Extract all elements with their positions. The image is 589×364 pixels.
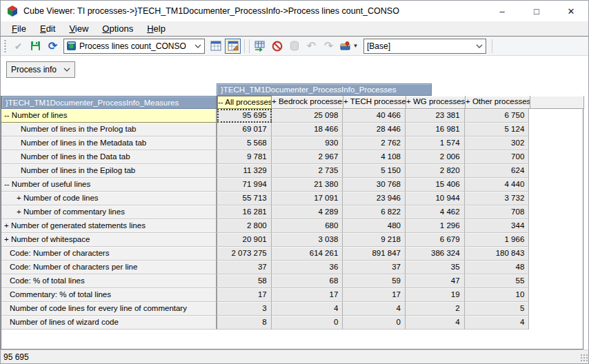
- data-cell[interactable]: 6 679: [406, 233, 465, 247]
- data-cell[interactable]: 2 073 275: [217, 247, 272, 261]
- data-cell[interactable]: 37: [217, 261, 272, 274]
- data-cell[interactable]: 680: [272, 219, 343, 233]
- menu-file[interactable]: File: [5, 22, 33, 36]
- data-cell[interactable]: 35: [406, 261, 465, 274]
- data-cell[interactable]: 10 944: [406, 192, 465, 205]
- data-cell[interactable]: 3 038: [272, 233, 343, 247]
- data-cell[interactable]: 30 768: [343, 178, 406, 192]
- data-cell[interactable]: 302: [465, 136, 530, 150]
- data-cell[interactable]: 624: [465, 164, 530, 178]
- row-header[interactable]: Number of lines of wizard code: [1, 316, 217, 330]
- data-cell[interactable]: 17: [217, 288, 272, 302]
- data-cell[interactable]: 386 324: [406, 247, 465, 261]
- data-cell[interactable]: 3 732: [465, 192, 530, 205]
- data-cell[interactable]: 47: [406, 274, 465, 288]
- data-cell[interactable]: 4 108: [343, 150, 406, 164]
- column-dimension-bar[interactable]: }TECH_TM1Documenter_ProcessInfo_Processe…: [217, 83, 432, 96]
- data-cell[interactable]: 891 847: [343, 247, 406, 261]
- export-button[interactable]: [252, 39, 268, 54]
- data-cell[interactable]: 3: [217, 302, 272, 316]
- data-cell[interactable]: 2 967: [272, 150, 343, 164]
- data-cell[interactable]: 9 781: [217, 150, 272, 164]
- data-cell[interactable]: 58: [217, 274, 272, 288]
- data-cell[interactable]: 1 574: [406, 136, 465, 150]
- row-header[interactable]: Number of lines in the Metadata tab: [1, 136, 217, 150]
- data-cell[interactable]: 68: [272, 274, 343, 288]
- data-cell[interactable]: 20 901: [217, 233, 272, 247]
- data-cell[interactable]: 16 981: [406, 123, 465, 136]
- column-header[interactable]: + Bedrock processes: [272, 96, 343, 109]
- data-cell[interactable]: 16 281: [217, 205, 272, 219]
- menu-options[interactable]: Options: [95, 22, 140, 36]
- data-cell[interactable]: 2 762: [343, 136, 406, 150]
- data-cell[interactable]: 0: [272, 316, 343, 330]
- data-cell[interactable]: 37: [343, 261, 406, 274]
- row-header[interactable]: Number of code lines for every line of c…: [1, 302, 217, 316]
- row-header[interactable]: Code: Number of characters per line: [1, 261, 217, 274]
- data-cell[interactable]: 8: [217, 316, 272, 330]
- data-cell[interactable]: 95 695: [217, 109, 272, 123]
- data-cell[interactable]: 36: [272, 261, 343, 274]
- data-cell[interactable]: 11 329: [217, 164, 272, 178]
- row-header[interactable]: Code: Number of characters: [1, 247, 217, 261]
- row-header[interactable]: + Number of commentary lines: [1, 205, 217, 219]
- column-header[interactable]: -- All processes: [217, 96, 272, 109]
- data-cell[interactable]: 10: [465, 288, 530, 302]
- data-cell[interactable]: 0: [343, 316, 406, 330]
- data-cell[interactable]: 2 800: [217, 219, 272, 233]
- row-header[interactable]: Code: % of total lines: [1, 274, 217, 288]
- suspend-update-button[interactable]: [269, 39, 285, 54]
- maximize-button[interactable]: □: [519, 1, 554, 21]
- data-cell[interactable]: 23 946: [343, 192, 406, 205]
- minimize-button[interactable]: –: [485, 1, 519, 21]
- data-cell[interactable]: 69 017: [217, 123, 272, 136]
- column-header[interactable]: + WG processes: [406, 96, 466, 109]
- row-header[interactable]: + Number of code lines: [1, 192, 217, 205]
- data-cell[interactable]: 4 462: [406, 205, 465, 219]
- close-button[interactable]: ✕: [554, 1, 588, 21]
- data-cell[interactable]: 71 994: [217, 178, 272, 192]
- row-header[interactable]: + Number of whitespace: [1, 233, 217, 247]
- data-cell[interactable]: 4: [343, 302, 406, 316]
- data-cell[interactable]: 9 218: [343, 233, 406, 247]
- data-cell[interactable]: 344: [465, 219, 530, 233]
- data-cell[interactable]: 5: [465, 302, 530, 316]
- data-cell[interactable]: 2 820: [406, 164, 465, 178]
- title-dimension-selector[interactable]: Process info: [6, 61, 75, 78]
- column-header[interactable]: + Other processes: [466, 96, 530, 109]
- data-cell[interactable]: 18 466: [272, 123, 343, 136]
- row-header[interactable]: Number of lines in the Prolog tab: [1, 123, 217, 136]
- data-cell[interactable]: 1 296: [406, 219, 465, 233]
- data-cell[interactable]: 4: [406, 316, 465, 330]
- data-cell[interactable]: 2: [406, 302, 465, 316]
- base-selector[interactable]: [Base]: [363, 39, 486, 54]
- data-cell[interactable]: 5 150: [343, 164, 406, 178]
- data-cell[interactable]: 6 750: [465, 109, 530, 123]
- data-cell[interactable]: 55: [465, 274, 530, 288]
- data-cell[interactable]: 21 380: [272, 178, 343, 192]
- data-cell[interactable]: 23 381: [406, 109, 465, 123]
- row-header[interactable]: Number of lines in the Epilog tab: [1, 164, 217, 178]
- active-slice-button[interactable]: [225, 39, 241, 54]
- toolbar-grip[interactable]: [3, 40, 7, 52]
- recalculate-button[interactable]: ⟳: [45, 39, 61, 54]
- row-dimension-bar[interactable]: }TECH_TM1Documenter_ProcessInfo_Measures: [1, 96, 217, 109]
- data-cell[interactable]: 1 966: [465, 233, 530, 247]
- data-cell[interactable]: 25 098: [272, 109, 343, 123]
- save-button[interactable]: [28, 39, 43, 54]
- resize-grip-icon[interactable]: [580, 354, 588, 362]
- data-cell[interactable]: 4: [272, 302, 343, 316]
- data-cell[interactable]: 614 261: [272, 247, 343, 261]
- row-header[interactable]: + Number of generated statements lines: [1, 219, 217, 233]
- data-cell[interactable]: 180 843: [465, 247, 530, 261]
- menu-edit[interactable]: Edit: [33, 22, 62, 36]
- data-cell[interactable]: 48: [465, 261, 530, 274]
- snapshot-button[interactable]: ▼: [338, 39, 360, 54]
- column-header[interactable]: + TECH processes: [343, 96, 406, 109]
- data-cell[interactable]: 19: [406, 288, 465, 302]
- data-cell[interactable]: 4 289: [272, 205, 343, 219]
- data-cell[interactable]: 4: [465, 316, 530, 330]
- data-cell[interactable]: 40 466: [343, 109, 406, 123]
- data-cell[interactable]: 17 091: [272, 192, 343, 205]
- data-cell[interactable]: 17: [272, 288, 343, 302]
